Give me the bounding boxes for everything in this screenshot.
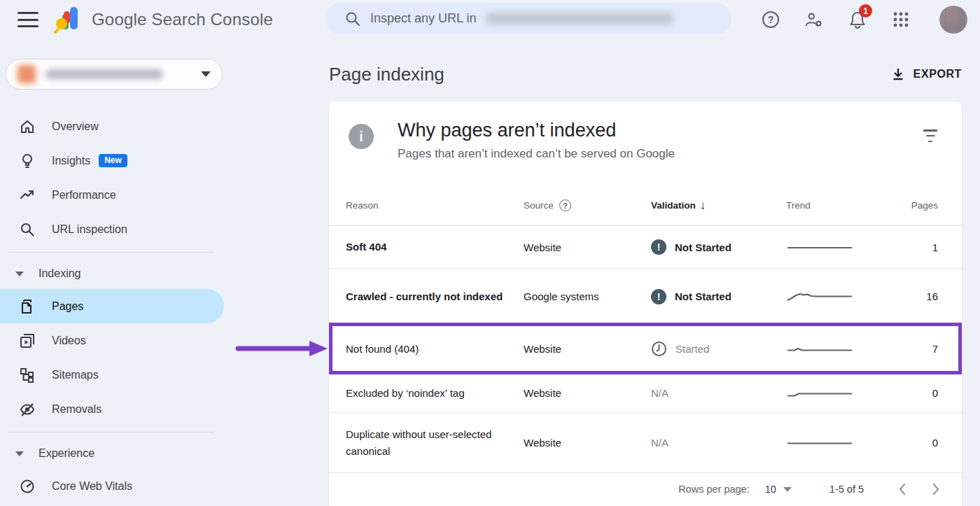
table-pagination: Rows per page: 10 1-5 of 5 (329, 472, 962, 506)
column-header-source[interactable]: Source (524, 200, 554, 211)
column-header-validation[interactable]: Validation (651, 200, 696, 211)
sidebar-item-label: Overview (52, 120, 99, 133)
source-cell: Google systems (524, 290, 651, 302)
chevron-down-icon (201, 71, 211, 77)
sidebar-item-label: Videos (52, 335, 86, 347)
sidebar-item-label: Sitemaps (52, 369, 99, 381)
sidebar-item-overview[interactable]: Overview (0, 109, 238, 143)
search-placeholder: Inspect any URL in (370, 11, 476, 26)
notification-badge: 1 (859, 4, 872, 17)
notifications-bell-icon[interactable]: 1 (848, 10, 867, 29)
sidebar-item-sitemaps[interactable]: Sitemaps (0, 358, 238, 392)
speedometer-icon (20, 479, 35, 494)
column-header-trend[interactable]: Trend (786, 200, 870, 211)
sidebar-item-core-web-vitals[interactable]: Core Web Vitals (0, 469, 238, 503)
sidebar-item-label: URL inspection (52, 223, 127, 236)
trend-sparkline (786, 289, 870, 304)
help-icon[interactable]: ? (762, 10, 780, 29)
export-label: EXPORT (913, 68, 962, 80)
rows-per-page-value: 10 (765, 484, 776, 495)
new-badge: New (99, 154, 127, 167)
sidebar-item-label: Core Web Vitals (52, 480, 132, 493)
pages-cell: 16 (870, 290, 938, 302)
chevron-down-icon (783, 487, 792, 492)
source-cell: Website (524, 437, 651, 449)
eye-off-icon (20, 402, 35, 417)
sidebar-item-insights[interactable]: Insights New (0, 143, 238, 178)
sidebar-item-label: Performance (52, 189, 116, 202)
table-header-row: Reason Source ? Validation ↓ Trend Pages (329, 185, 962, 226)
property-selector[interactable] (6, 59, 223, 90)
url-inspect-search-input[interactable]: Inspect any URL in (326, 3, 732, 34)
section-experience[interactable]: Experience (0, 438, 238, 469)
source-cell: Website (524, 241, 651, 253)
pagination-range: 1-5 of 5 (830, 484, 864, 495)
sidebar: Overview Insights New Performance URL in… (0, 39, 238, 506)
table-row[interactable]: Duplicate without user-selected canonica… (329, 413, 962, 473)
filter-icon[interactable] (923, 129, 938, 142)
sidebar-item-pages[interactable]: Pages (0, 289, 224, 323)
sidebar-item-removals[interactable]: Removals (0, 392, 238, 426)
sidebar-item-videos[interactable]: Videos (0, 323, 238, 358)
trend-sparkline (786, 386, 870, 400)
info-icon: i (349, 124, 374, 149)
export-button[interactable]: EXPORT (891, 67, 962, 81)
sidebar-item-label: Removals (52, 403, 102, 416)
table-row[interactable]: Excluded by ‘noindex’ tag Website N/A 0 (329, 374, 962, 413)
pages-cell: 0 (870, 387, 938, 399)
validation-cell: N/A (651, 437, 668, 449)
why-pages-arent-indexed-card: i Why pages aren’t indexed Pages that ar… (329, 101, 962, 506)
clock-icon (651, 341, 667, 357)
card-title: Why pages aren’t indexed (398, 120, 675, 141)
search-icon (345, 11, 360, 27)
reason-cell: Not found (404) (346, 341, 524, 357)
home-icon (20, 119, 35, 134)
reason-cell: Soft 404 (346, 239, 524, 255)
sidebar-item-label: Insights (52, 155, 90, 167)
video-icon (20, 333, 35, 349)
column-header-reason[interactable]: Reason (346, 200, 524, 211)
divider (8, 252, 214, 253)
exclamation-icon: ! (651, 289, 666, 304)
pages-icon (20, 299, 35, 314)
source-help-icon[interactable]: ? (559, 199, 571, 211)
table-row-highlighted[interactable]: Not found (404) Website Started 7 (329, 325, 962, 374)
sort-descending-icon: ↓ (700, 199, 706, 213)
magnifier-icon (20, 222, 35, 237)
table-row[interactable]: Soft 404 Website ! Not Started 1 (329, 226, 962, 269)
section-label: Indexing (38, 267, 81, 280)
reason-cell: Duplicate without user-selected canonica… (346, 426, 524, 459)
annotation-arrow (234, 339, 329, 358)
divider (8, 432, 214, 433)
account-avatar[interactable] (939, 6, 967, 34)
next-page-icon[interactable] (931, 483, 941, 496)
redacted-property-name (46, 69, 163, 79)
rows-per-page-label: Rows per page: (678, 484, 750, 495)
pages-cell: 0 (870, 437, 938, 449)
trending-up-icon (20, 188, 35, 203)
svg-text:?: ? (768, 14, 774, 25)
redacted-property-url (486, 13, 673, 24)
user-settings-icon[interactable] (805, 10, 823, 29)
validation-cell: N/A (651, 387, 668, 399)
source-cell: Website (524, 387, 651, 399)
sidebar-item-url-inspection[interactable]: URL inspection (0, 212, 238, 246)
app-title: Google Search Console (92, 10, 273, 29)
rows-per-page-select[interactable]: 10 (765, 484, 792, 495)
top-app-bar: Google Search Console Inspect any URL in… (0, 0, 980, 39)
reason-cell: Crawled - currently not indexed (346, 288, 524, 304)
download-icon (891, 67, 905, 81)
table-row[interactable]: Crawled - currently not indexed Google s… (329, 269, 962, 325)
google-apps-grid-icon[interactable] (892, 10, 910, 29)
section-label: Experience (38, 447, 94, 460)
menu-icon[interactable] (18, 12, 38, 27)
collapse-triangle-icon (15, 272, 24, 276)
column-header-pages[interactable]: Pages (870, 200, 938, 211)
sidebar-item-label: Pages (52, 300, 83, 313)
source-cell: Website (524, 343, 651, 355)
validation-cell: Not Started (675, 290, 732, 302)
previous-page-icon[interactable] (897, 483, 907, 496)
sidebar-item-performance[interactable]: Performance (0, 178, 238, 212)
page-title: Page indexing (329, 64, 444, 85)
section-indexing[interactable]: Indexing (0, 258, 238, 289)
